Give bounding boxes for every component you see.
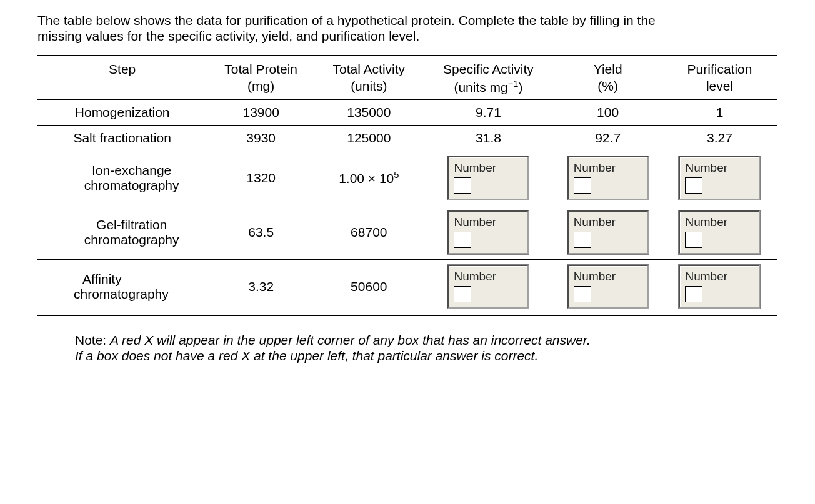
step-line-2: chromatography [84,178,179,192]
purification-input[interactable] [685,286,702,302]
table-row: Homogenization 13900 135000 9.71 100 1 [38,99,778,125]
header-step: Step [38,56,207,99]
number-input-widget[interactable]: Number [568,156,649,200]
number-input-widget[interactable]: Number [448,210,529,254]
header-specific-activity-unit: (units mg−1) [454,80,522,94]
cell-activity: 125000 [315,125,423,151]
step-line-1: Ion-exchange [92,163,171,177]
cell-protein: 3.32 [207,259,315,315]
step-line-1: Gel-filtration [96,217,167,232]
prompt-line-2: missing values for the specific activity… [38,29,419,43]
cell-step: Ion-exchange chromatography [38,151,207,205]
number-input-widget[interactable]: Number [679,156,760,200]
cell-yield: 92.7 [554,125,662,151]
note-line-2: If a box does not have a red X at the up… [75,348,538,363]
number-input-label: Number [454,161,522,175]
header-specific-activity-label: Specific Activity [443,62,534,76]
cell-yield-input: Number [554,259,662,315]
header-yield-label: Yield [594,62,622,76]
yield-input[interactable] [574,232,591,248]
cell-yield: 100 [554,99,662,125]
header-total-protein: Total Protein (mg) [207,56,315,99]
yield-input[interactable] [574,286,591,302]
header-total-activity: Total Activity (units) [315,56,423,99]
cell-yield-input: Number [554,151,662,205]
number-input-widget[interactable]: Number [568,210,649,254]
cell-protein: 13900 [207,99,315,125]
number-input-label: Number [574,161,642,175]
cell-specific-input: Number [423,205,554,259]
cell-step: Affinity chromatography [38,259,207,315]
cell-step: Homogenization [38,99,207,125]
cell-step: Salt fractionation [38,125,207,151]
page-container: The table below shows the data for purif… [0,0,815,504]
yield-input[interactable] [574,177,591,194]
prompt-line-1: The table below shows the data for purif… [38,13,656,27]
cell-protein: 3930 [207,125,315,151]
cell-protein: 63.5 [207,205,315,259]
number-input-widget[interactable]: Number [448,156,529,200]
number-input-widget[interactable]: Number [679,265,760,309]
header-purification-label: Purification [688,62,752,76]
purification-input[interactable] [685,232,702,248]
cell-purification: 3.27 [662,125,778,151]
cell-specific-input: Number [423,259,554,315]
header-total-activity-unit: (units) [351,79,387,93]
header-row: Step Total Protein (mg) Total Activity (… [38,56,778,99]
step-line-1: Affinity [74,272,122,287]
header-yield: Yield (%) [554,56,662,99]
number-input-label: Number [685,270,754,284]
table-row: Ion-exchange chromatography 1320 1.00 × … [38,151,778,205]
cell-purification: 1 [662,99,778,125]
number-input-label: Number [454,215,522,229]
cell-specific: 9.71 [423,99,554,125]
note-line-1: A red X will appear in the upper left co… [110,333,591,347]
question-prompt: The table below shows the data for purif… [38,12,778,44]
cell-activity: 68700 [315,205,423,259]
table-row: Salt fractionation 3930 125000 31.8 92.7… [38,125,778,151]
header-total-activity-label: Total Activity [333,62,406,76]
cell-purification-input: Number [662,259,778,315]
purification-input[interactable] [685,177,702,194]
step-line-2: chromatography [84,232,179,247]
number-input-widget[interactable]: Number [448,265,529,309]
footnote: Note: A red X will appear in the upper l… [75,332,778,363]
number-input-label: Number [574,215,642,229]
header-total-protein-label: Total Protein [224,62,298,76]
header-yield-unit: (%) [598,79,618,93]
cell-specific: 31.8 [423,125,554,151]
specific-activity-input[interactable] [454,286,471,302]
header-specific-activity: Specific Activity (units mg−1) [423,56,554,99]
number-input-label: Number [685,161,754,175]
number-input-label: Number [454,270,522,284]
header-purification: Purification level [662,56,778,99]
cell-protein: 1320 [207,151,315,205]
table-row: Affinity chromatography 3.32 50600 Numbe… [38,259,778,315]
specific-activity-input[interactable] [454,232,471,248]
cell-specific-input: Number [423,151,554,205]
number-input-widget[interactable]: Number [679,210,760,254]
purification-table: Step Total Protein (mg) Total Activity (… [38,55,778,316]
cell-purification-input: Number [662,151,778,205]
header-total-protein-unit: (mg) [248,79,274,93]
specific-activity-input[interactable] [454,177,471,194]
note-lead: Note: [75,333,110,347]
cell-activity: 1.00 × 105 [315,151,423,205]
header-step-label: Step [42,61,202,77]
cell-step: Gel-filtration chromatography [38,205,207,259]
number-input-widget[interactable]: Number [568,265,649,309]
cell-activity: 50600 [315,259,423,315]
table-row: Gel-filtration chromatography 63.5 68700… [38,205,778,259]
number-input-label: Number [574,270,642,284]
step-line-2: chromatography [74,287,169,301]
header-purification-unit: level [706,79,733,93]
cell-yield-input: Number [554,205,662,259]
number-input-label: Number [685,215,754,229]
cell-activity: 135000 [315,99,423,125]
cell-purification-input: Number [662,205,778,259]
